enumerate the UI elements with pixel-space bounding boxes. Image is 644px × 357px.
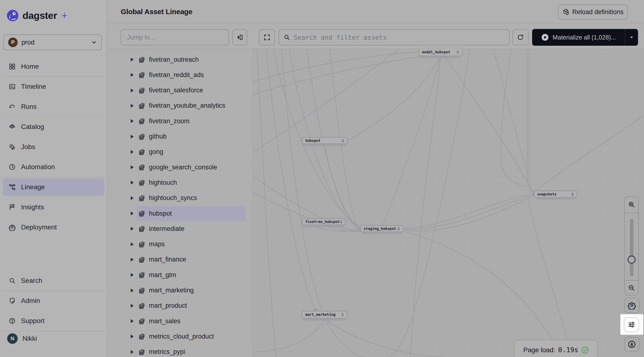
asset-group-row[interactable]: metrics_cloud_product [107, 329, 253, 344]
user-menu[interactable]: N Nikki [0, 330, 107, 347]
table-stack-icon [138, 118, 146, 125]
graph-node[interactable]: staging_hubspot [360, 225, 404, 232]
sidebar-divider [2, 177, 105, 177]
asset-group-row[interactable]: google_search_console [107, 160, 253, 175]
sidebar-divider [2, 77, 105, 77]
asset-group-row[interactable]: hightouch_syncs [107, 190, 253, 206]
jump-to-input[interactable] [126, 34, 223, 41]
graph-node[interactable]: model_hubspot [419, 49, 462, 56]
table-stack-icon [138, 256, 146, 263]
asset-group-row[interactable]: mart_gtm [107, 267, 253, 283]
asset-group-row[interactable]: fivetran_youtube_analytics [107, 98, 253, 113]
asset-group-row[interactable]: fivetran_reddit_ads [107, 67, 253, 83]
caret-right-icon[interactable] [131, 273, 134, 277]
caret-right-icon[interactable] [131, 334, 134, 338]
unfold-icon[interactable] [397, 227, 400, 231]
asset-group-row[interactable]: mart_finance [107, 252, 253, 267]
graph-node[interactable]: mart_marketing [302, 311, 347, 318]
sidebar-item-search[interactable]: Search [0, 272, 107, 289]
caret-right-icon[interactable] [131, 165, 134, 169]
asset-group-row[interactable]: gong [107, 144, 253, 160]
sidebar-item-catalog[interactable]: Catalog [0, 118, 107, 135]
caret-right-icon[interactable] [131, 104, 134, 108]
table-stack-icon [138, 333, 146, 340]
lineage-icon [8, 184, 16, 191]
graph-filters-button[interactable] [624, 317, 639, 332]
caret-right-icon[interactable] [131, 89, 134, 92]
caret-right-icon[interactable] [131, 135, 134, 139]
jobs-icon [8, 143, 16, 151]
asset-group-row[interactable]: mart_marketing [107, 283, 253, 298]
caret-right-icon[interactable] [131, 58, 134, 62]
node-stack-line [305, 146, 344, 146]
sliders-icon [627, 320, 636, 329]
caret-right-icon[interactable] [131, 304, 134, 308]
unfold-icon[interactable] [340, 220, 343, 224]
unfold-icon[interactable] [341, 313, 344, 316]
caret-right-icon[interactable] [131, 258, 134, 261]
sidebar-item-insights[interactable]: Insights [0, 199, 107, 216]
graph-node[interactable]: hubspot [302, 137, 348, 144]
materialize-all-button[interactable]: Materialize all (1,028)... [532, 29, 638, 46]
asset-group-row[interactable]: mart_product [107, 298, 253, 313]
zoom-out-button[interactable] [625, 280, 638, 295]
zoom-slider-knob[interactable] [628, 255, 636, 264]
caret-right-icon[interactable] [131, 350, 134, 354]
asset-group-row[interactable]: fivetran_zoom [107, 113, 253, 129]
unfold-icon[interactable] [571, 192, 574, 196]
sidebar-item-lineage[interactable]: Lineage [0, 179, 107, 196]
asset-group-row[interactable]: metrics_pypi [107, 344, 253, 357]
asset-search-input[interactable] [293, 34, 505, 41]
gear-icon [8, 224, 16, 231]
asset-group-row[interactable]: hightouch [107, 175, 253, 190]
materialize-dropdown-toggle[interactable] [625, 29, 638, 46]
workspace-switcher[interactable]: P prod [3, 35, 102, 50]
caret-down-icon [629, 35, 634, 40]
fullscreen-button[interactable] [259, 29, 275, 46]
sidebar-item-timeline[interactable]: Timeline [0, 78, 107, 95]
caret-right-icon[interactable] [131, 227, 134, 231]
zoom-in-button[interactable] [625, 197, 638, 212]
collapse-panel-button[interactable] [232, 29, 247, 46]
asset-group-row[interactable]: fivetran_salesforce [107, 83, 253, 98]
table-stack-icon [138, 287, 146, 294]
reload-definitions-button[interactable]: Reload definitions [558, 4, 628, 20]
unfold-icon[interactable] [456, 50, 459, 54]
graph-node[interactable]: snapshots [534, 191, 577, 198]
refresh-button[interactable] [512, 29, 528, 46]
download-image-button[interactable] [624, 337, 640, 352]
caret-right-icon[interactable] [131, 181, 134, 184]
asset-group-row[interactable]: hubspot [107, 206, 253, 221]
sidebar-item-admin[interactable]: Admin [0, 292, 107, 309]
sidebar-item-runs[interactable]: Runs [0, 98, 107, 115]
lineage-canvas[interactable]: model_hubspothubspotsnapshotsfivetran_hu… [253, 49, 644, 357]
unfold-icon [341, 139, 344, 143]
sidebar-item-jobs[interactable]: Jobs [0, 138, 107, 156]
asset-group-row[interactable]: fivetran_outreach [107, 52, 253, 67]
zoom-slider-track[interactable] [630, 219, 634, 276]
sidebar-item-automation[interactable]: Automation [0, 158, 107, 176]
caret-right-icon[interactable] [131, 73, 134, 77]
search-icon [284, 34, 290, 41]
node-stack-line [303, 145, 346, 145]
caret-right-icon[interactable] [131, 211, 134, 215]
sidebar-item-deployment[interactable]: Deployment [0, 219, 107, 236]
table-stack-icon [138, 225, 146, 232]
asset-group-row[interactable]: maps [107, 237, 253, 252]
caret-right-icon[interactable] [131, 150, 134, 154]
caret-right-icon[interactable] [131, 319, 134, 323]
unfold-icon[interactable] [341, 139, 344, 143]
timeline-icon [8, 83, 16, 90]
caret-right-icon[interactable] [131, 196, 134, 200]
asset-group-row[interactable]: github [107, 129, 253, 144]
asset-group-row[interactable]: intermediate [107, 221, 253, 236]
caret-right-icon[interactable] [131, 288, 134, 292]
sidebar-item-home[interactable]: Home [0, 58, 107, 75]
caret-right-icon[interactable] [131, 242, 134, 246]
asset-group-row[interactable]: mart_sales [107, 313, 253, 329]
table-stack-icon [138, 179, 146, 186]
sidebar-item-support[interactable]: Support [0, 312, 107, 329]
caret-right-icon[interactable] [131, 119, 134, 123]
graph-settings-button[interactable] [624, 298, 640, 313]
graph-node[interactable]: fivetran_hubspot [302, 218, 346, 225]
